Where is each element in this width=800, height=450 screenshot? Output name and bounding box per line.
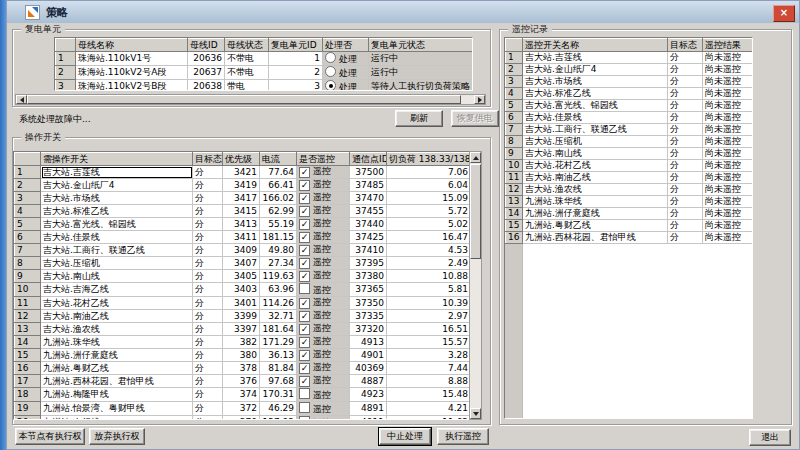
abort-processing-button[interactable]: 中止处理 bbox=[379, 428, 431, 445]
giveup-execute-right-button[interactable]: 放弃执行权 bbox=[89, 428, 145, 445]
own-execute-right-button[interactable]: 本节点有执行权 bbox=[15, 428, 85, 445]
remote-control-checkbox[interactable]: ✓ bbox=[299, 376, 310, 387]
column-header-comm-point-id: 通信点ID bbox=[350, 153, 387, 166]
table-row[interactable]: 5吉大站.富光线、锦园线分341355.19✓遥控374405.02 bbox=[15, 218, 471, 231]
cell-remote-result: 尚未遥控 bbox=[703, 220, 753, 232]
window-title: 策略 bbox=[46, 5, 68, 20]
remote-control-checkbox[interactable]: ✓ bbox=[299, 363, 310, 374]
table-row[interactable]: 3吉大站.市场线分3417166.02✓遥控3747015.09 bbox=[15, 192, 471, 205]
remote-control-checkbox[interactable]: ✓ bbox=[299, 167, 310, 178]
title-bar[interactable]: 策略 × bbox=[7, 1, 799, 23]
table-row[interactable]: 19九洲站.怡景湾、粤财甲线分37246.29遥控48914.21 bbox=[15, 402, 471, 416]
cell-current: 181.64 bbox=[260, 323, 297, 336]
remote-control-checkbox[interactable]: ✓ bbox=[299, 258, 310, 269]
cell-priority: 3411 bbox=[223, 231, 260, 244]
scroll-up-button[interactable] bbox=[470, 152, 481, 163]
cell-switch-name: 吉大站.富光线、锦园线 bbox=[41, 218, 193, 231]
remote-control-checkbox[interactable]: ✓ bbox=[299, 193, 310, 204]
table-row[interactable]: 12吉大站.南油乙线分339932.71✓遥控373352.97 bbox=[15, 310, 471, 323]
table-row[interactable]: 15九洲站.粤财乙线分尚未遥控 bbox=[506, 220, 753, 232]
table-row[interactable]: 7吉大站.工商行、联通乙线分340949.80✓遥控374104.53 bbox=[15, 244, 471, 257]
remote-control-checkbox[interactable]: ✓ bbox=[299, 245, 310, 256]
table-row[interactable]: 17九洲站.西林花园、君怡甲线分37697.68✓遥控48878.88 bbox=[15, 375, 471, 388]
cell-row-number: 14 bbox=[15, 336, 41, 349]
table-row[interactable]: 18九洲站.梅隆甲线分374170.31遥控492315.48 bbox=[15, 388, 471, 402]
remote-control-checkbox[interactable]: ✓ bbox=[299, 180, 310, 191]
remote-control-checkbox[interactable]: ✓ bbox=[299, 298, 310, 309]
process-radio[interactable] bbox=[325, 80, 336, 91]
table-row[interactable]: 5吉大站.富光线、锦园线分尚未遥控 bbox=[506, 100, 753, 112]
remote-control-checkbox[interactable]: ✓ bbox=[299, 324, 310, 335]
remote-control-checkbox[interactable] bbox=[299, 402, 310, 413]
table-row[interactable]: 16九洲站.西林花园、君怡甲线分尚未遥控 bbox=[506, 232, 753, 244]
table-row[interactable]: 6吉大站.佳景线分3411181.15✓遥控3742516.47 bbox=[15, 231, 471, 244]
remote-control-checkbox[interactable] bbox=[299, 283, 310, 294]
table-row[interactable]: 2珠海站.110kV2号A段20637不带电2处理运行中 bbox=[56, 66, 473, 80]
cell-switch-name: 吉大站.渔农线 bbox=[523, 184, 668, 196]
remote-control-checkbox[interactable]: ✓ bbox=[299, 271, 310, 282]
table-row[interactable]: 1珠海站.110kV1号20636不带电1处理运行中 bbox=[56, 52, 473, 66]
scroll-thumb[interactable] bbox=[27, 95, 461, 104]
remote-control-checkbox[interactable] bbox=[299, 416, 310, 420]
remote-control-checkbox[interactable]: ✓ bbox=[299, 337, 310, 348]
remote-control-checkbox[interactable] bbox=[299, 388, 310, 399]
cell-bus-name: 珠海站.110kV2号A段 bbox=[76, 66, 188, 80]
remote-control-checkbox[interactable]: ✓ bbox=[299, 232, 310, 243]
table-row[interactable]: 7吉大站.工商行、联通乙线分尚未遥控 bbox=[506, 124, 753, 136]
cell-row-number: 1 bbox=[15, 166, 41, 179]
table-row[interactable]: 10吉大站.吉海乙线分340363.96遥控373655.81 bbox=[15, 283, 471, 297]
table-row[interactable]: 14九洲站.洲仔意庭线分尚未遥控 bbox=[506, 208, 753, 220]
scroll-down-button[interactable] bbox=[470, 408, 481, 419]
table-row[interactable]: 2吉大站.金山纸厂4分341966.41✓遥控374856.04 bbox=[15, 179, 471, 192]
cell-bus-id: 20638 bbox=[188, 80, 225, 92]
process-radio[interactable] bbox=[325, 66, 336, 77]
table-row[interactable]: 13吉大站.渔农线分3397181.64✓遥控3732016.51 bbox=[15, 323, 471, 336]
remote-control-checkbox[interactable]: ✓ bbox=[299, 219, 310, 230]
cell-row-number: 8 bbox=[506, 136, 523, 148]
restore-power-button[interactable]: 恢复供电 bbox=[451, 110, 499, 127]
restore-table-hscrollbar[interactable] bbox=[15, 94, 486, 105]
table-row[interactable]: 9吉大站.南山线分尚未遥控 bbox=[506, 148, 753, 160]
remote-control-checkbox[interactable]: ✓ bbox=[299, 350, 310, 361]
remote-control-checkbox[interactable]: ✓ bbox=[299, 206, 310, 217]
table-row[interactable]: 8吉大站.压缩机分尚未遥控 bbox=[506, 136, 753, 148]
table-row[interactable]: 20九洲站.人行线分370127.93遥控491111.63 bbox=[15, 416, 471, 421]
cell-current: 119.63 bbox=[260, 270, 297, 283]
table-row[interactable]: 4吉大站.标准乙线分尚未遥控 bbox=[506, 88, 753, 100]
table-row[interactable]: 14九洲站.珠华线分382171.29✓遥控491315.57 bbox=[15, 336, 471, 349]
table-row[interactable]: 1吉大站.吉莲线分342177.64✓遥控375007.06 bbox=[15, 166, 471, 179]
table-row[interactable]: 13九洲站.珠华线分尚未遥控 bbox=[506, 196, 753, 208]
table-row[interactable]: 2吉大站.金山纸厂4分尚未遥控 bbox=[506, 64, 753, 76]
table-row[interactable]: 9吉大站.南山线分3405119.63✓遥控3738010.88 bbox=[15, 270, 471, 283]
table-row[interactable]: 6吉大站.佳景线分尚未遥控 bbox=[506, 112, 753, 124]
scroll-left-button[interactable] bbox=[16, 95, 27, 104]
column-header-unit-id: 复电单元ID bbox=[269, 39, 323, 52]
cell-current: 32.71 bbox=[260, 310, 297, 323]
table-row[interactable]: 4吉大站.标准乙线分341562.99✓遥控374555.72 bbox=[15, 205, 471, 218]
table-row[interactable]: 3吉大站.市场线分尚未遥控 bbox=[506, 76, 753, 88]
table-row[interactable]: 12吉大站.渔农线分尚未遥控 bbox=[506, 184, 753, 196]
process-radio[interactable] bbox=[325, 52, 336, 63]
table-row[interactable]: 3珠海站.110kV2号B段20638带电3处理等待人工执行切负荷策略 bbox=[56, 80, 473, 92]
cell-load-shed: 2.97 bbox=[387, 310, 471, 323]
execute-remote-button[interactable]: 执行遥控 bbox=[437, 428, 489, 445]
table-row[interactable]: 8吉大站.压缩机分340727.34✓遥控373952.49 bbox=[15, 257, 471, 270]
scroll-right-button[interactable] bbox=[474, 95, 485, 104]
cell-target-state: 分 bbox=[193, 192, 223, 205]
column-header-priority: 优先级 bbox=[223, 153, 260, 166]
exit-button[interactable]: 退出 bbox=[749, 429, 791, 446]
cell-target-state: 分 bbox=[668, 76, 703, 88]
table-row[interactable]: 11吉大站.南油乙线分尚未遥控 bbox=[506, 172, 753, 184]
cell-comm-point-id: 37440 bbox=[350, 218, 387, 231]
refresh-button[interactable]: 刷新 bbox=[395, 110, 443, 127]
switches-table-vscrollbar[interactable] bbox=[469, 151, 482, 420]
close-button[interactable]: × bbox=[773, 5, 795, 22]
table-row[interactable]: 11吉大站.花村乙线分3401114.26✓遥控3735010.39 bbox=[15, 297, 471, 310]
table-row[interactable]: 16九洲站.粤财乙线分37881.84✓遥控403697.44 bbox=[15, 362, 471, 375]
table-row[interactable]: 1吉大站.吉莲线分尚未遥控 bbox=[506, 52, 753, 64]
cell-row-number: 2 bbox=[15, 179, 41, 192]
remote-control-checkbox[interactable]: ✓ bbox=[299, 311, 310, 322]
scroll-thumb[interactable] bbox=[470, 164, 481, 259]
table-row[interactable]: 15九洲站.洲仔意庭线分38036.13✓遥控49013.28 bbox=[15, 349, 471, 362]
table-row[interactable]: 10吉大站.花村乙线分尚未遥控 bbox=[506, 160, 753, 172]
